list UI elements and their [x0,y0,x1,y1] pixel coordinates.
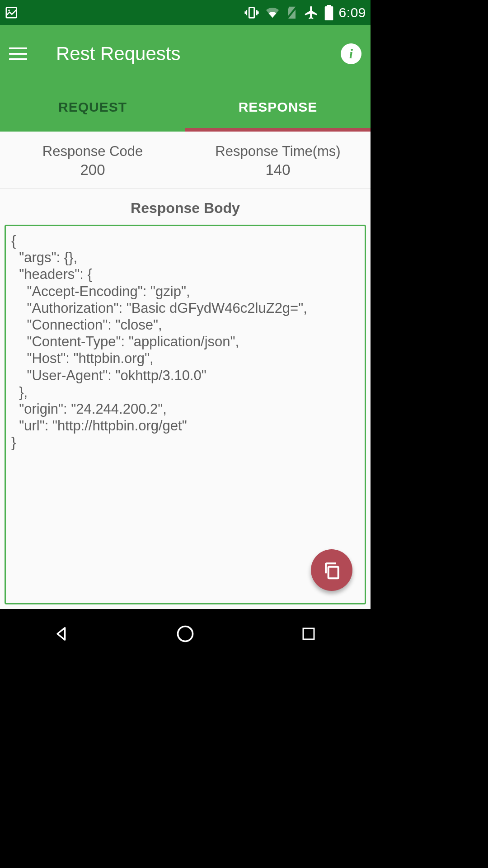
response-code-value: 200 [5,161,181,179]
response-summary: Response Code 200 Response Time(ms) 140 [0,132,371,189]
wifi-icon [265,6,280,19]
response-time-label: Response Time(ms) [190,143,366,160]
tab-response[interactable]: RESPONSE [185,83,371,132]
status-bar: 6:09 [0,0,371,25]
airplane-icon [304,5,319,20]
screenshot-icon [5,6,18,19]
copy-icon [322,560,342,580]
response-body-text[interactable]: { "args": {}, "headers": { "Accept-Encod… [5,225,366,604]
response-code-label: Response Code [5,143,181,160]
menu-button[interactable] [9,44,29,64]
svg-rect-5 [327,5,331,7]
response-body-section: Response Body { "args": {}, "headers": {… [0,189,371,609]
svg-rect-4 [324,6,333,20]
app-bar: Rest Requests i [0,25,371,83]
info-button[interactable]: i [341,43,361,64]
response-time-value: 140 [190,161,366,179]
copy-button[interactable] [311,549,352,591]
svg-point-7 [178,627,192,642]
response-time-cell: Response Time(ms) 140 [185,132,371,189]
svg-point-1 [8,9,10,11]
status-right: 6:09 [244,5,366,20]
response-body-heading: Response Body [5,189,366,225]
response-body-wrap: { "args": {}, "headers": { "Accept-Encod… [5,225,366,604]
tab-response-label: RESPONSE [239,99,318,115]
navigation-bar [0,609,371,659]
battery-icon [324,5,333,20]
tab-request-label: REQUEST [58,99,127,115]
svg-rect-6 [328,567,338,579]
app-title: Rest Requests [56,43,341,65]
svg-rect-0 [6,7,17,18]
svg-rect-8 [303,628,314,639]
back-button[interactable] [48,620,75,647]
screen-root: 6:09 Rest Requests i REQUEST RESPONSE Re… [0,0,371,659]
tabs: REQUEST RESPONSE [0,83,371,132]
vibrate-icon [244,5,259,20]
home-button[interactable] [172,620,199,647]
svg-rect-2 [249,7,254,18]
recent-apps-button[interactable] [295,620,322,647]
tab-request[interactable]: REQUEST [0,83,185,132]
status-time: 6:09 [339,5,366,20]
no-sim-icon [286,5,298,20]
response-code-cell: Response Code 200 [0,132,185,189]
status-left [5,6,18,19]
